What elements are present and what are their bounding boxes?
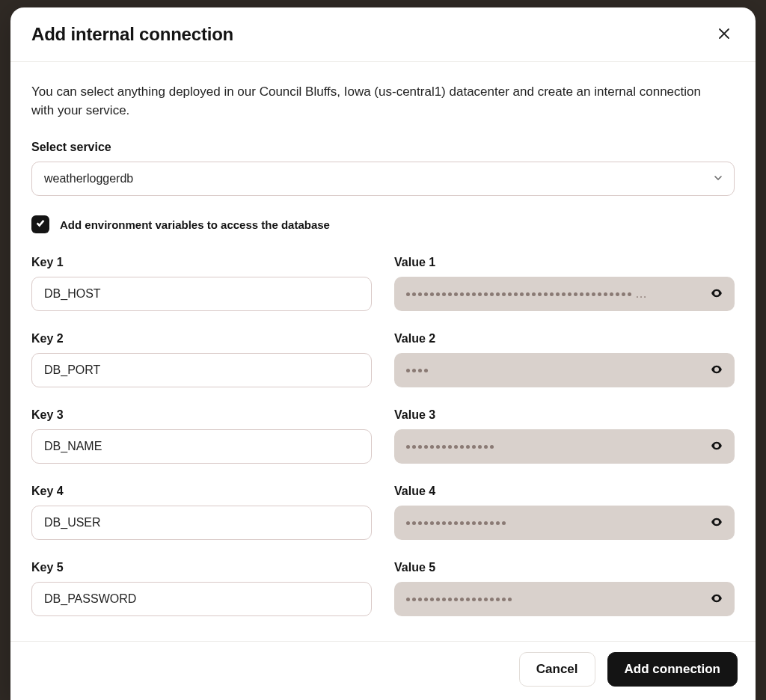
env-key-input[interactable] [31, 582, 372, 616]
env-key-label: Key 5 [31, 561, 372, 574]
env-vars-checkbox[interactable] [31, 215, 49, 233]
env-value-field[interactable] [394, 353, 735, 387]
env-key-input[interactable] [31, 429, 372, 464]
env-vars-checkbox-label: Add environment variables to access the … [60, 218, 330, 231]
reveal-value-button[interactable] [706, 283, 727, 304]
env-value-field[interactable] [394, 429, 735, 464]
env-key-input[interactable] [31, 353, 372, 387]
eye-icon [710, 363, 723, 378]
check-icon [35, 218, 46, 231]
cancel-button[interactable]: Cancel [519, 652, 595, 687]
modal-title: Add internal connection [31, 24, 233, 45]
env-value-label: Value 5 [394, 561, 735, 574]
env-vars-grid: Key 1Value 1…Key 2Value 2Key 3Value 3Key… [31, 256, 735, 637]
modal-body: You can select anything deployed in our … [10, 62, 756, 641]
env-value-field[interactable]: … [394, 277, 735, 311]
env-value-field[interactable] [394, 506, 735, 540]
env-key-block: Key 4 [31, 485, 372, 540]
env-key-input[interactable] [31, 277, 372, 311]
env-key-label: Key 1 [31, 256, 372, 269]
reveal-value-button[interactable] [706, 589, 727, 610]
close-button[interactable] [714, 24, 735, 45]
env-key-label: Key 4 [31, 485, 372, 498]
env-value-block: Value 5 [394, 561, 735, 616]
env-value-label: Value 4 [394, 485, 735, 498]
env-value-field[interactable] [394, 582, 735, 616]
masked-value [406, 445, 702, 449]
svg-point-4 [716, 597, 718, 599]
masked-value: … [406, 287, 702, 301]
env-key-block: Key 1 [31, 256, 372, 311]
select-service-dropdown[interactable] [31, 162, 735, 196]
env-key-block: Key 5 [31, 561, 372, 616]
env-value-block: Value 1… [394, 256, 735, 311]
env-key-label: Key 3 [31, 408, 372, 422]
env-value-block: Value 3 [394, 408, 735, 464]
svg-point-3 [716, 521, 718, 523]
env-key-block: Key 3 [31, 408, 372, 464]
env-value-label: Value 1 [394, 256, 735, 269]
env-vars-checkbox-row: Add environment variables to access the … [31, 215, 735, 233]
svg-point-1 [716, 368, 718, 370]
masked-value [406, 521, 702, 525]
reveal-value-button[interactable] [706, 436, 727, 457]
reveal-value-button[interactable] [706, 360, 727, 381]
env-value-label: Value 2 [394, 332, 735, 346]
add-connection-button[interactable]: Add connection [607, 652, 738, 687]
eye-icon [710, 515, 723, 531]
reveal-value-button[interactable] [706, 512, 727, 533]
select-service-wrap [31, 162, 735, 196]
intro-text: You can select anything deployed in our … [31, 83, 720, 120]
close-icon [718, 28, 730, 42]
env-key-block: Key 2 [31, 332, 372, 387]
svg-point-2 [716, 444, 718, 446]
env-value-block: Value 4 [394, 485, 735, 540]
env-value-label: Value 3 [394, 408, 735, 422]
eye-icon [710, 286, 723, 302]
select-service-label: Select service [31, 141, 735, 154]
eye-icon [710, 439, 723, 455]
masked-value [406, 598, 702, 601]
svg-point-0 [716, 292, 718, 294]
eye-icon [710, 592, 723, 607]
add-internal-connection-modal: Add internal connection You can select a… [10, 7, 756, 700]
masked-value [406, 369, 702, 372]
modal-header: Add internal connection [10, 7, 756, 62]
modal-footer: Cancel Add connection [10, 641, 756, 700]
env-value-block: Value 2 [394, 332, 735, 387]
env-key-input[interactable] [31, 506, 372, 540]
env-key-label: Key 2 [31, 332, 372, 346]
